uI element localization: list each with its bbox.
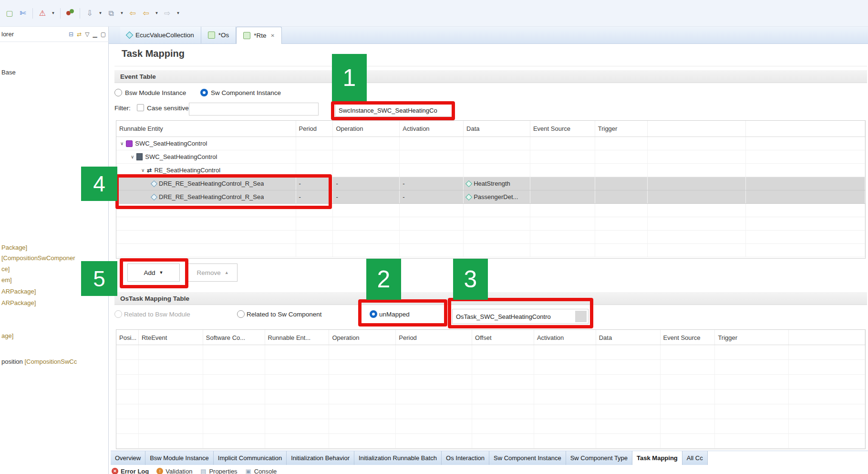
minimize-icon[interactable]: ▁ (93, 32, 97, 37)
view-tab-properties[interactable]: ▤Properties (200, 468, 237, 474)
column-header[interactable]: Operation (333, 121, 400, 137)
empty-table-row[interactable] (116, 204, 865, 217)
chevron-down-icon[interactable]: ∨ (131, 154, 134, 159)
empty-table-row[interactable] (116, 360, 865, 375)
explorer-tree-item[interactable]: Base (1, 69, 16, 76)
empty-table-row[interactable] (116, 217, 865, 231)
chevron-down-icon[interactable]: ∨ (120, 141, 124, 146)
column-header[interactable]: Offset (472, 330, 534, 345)
editor-tab-ecucvaluecollection[interactable]: EcucValueCollection (120, 27, 201, 43)
column-header[interactable]: Runnable Ent... (265, 330, 330, 345)
bottom-tab-initialization-runnable-batch[interactable]: Initialization Runnable Batch (354, 451, 442, 465)
column-header[interactable]: Operation (329, 330, 396, 345)
empty-table-row[interactable] (116, 419, 865, 434)
empty-table-row[interactable] (116, 390, 865, 404)
forward-icon[interactable]: ⇨ (161, 8, 174, 19)
problems-icon[interactable]: ⚠ (36, 8, 49, 19)
column-header[interactable] (648, 121, 746, 137)
explorer-tree-item[interactable]: [CompositionSwComponer (1, 254, 75, 262)
explorer-tree-item[interactable]: age] (1, 332, 13, 339)
empty-table-row[interactable] (116, 231, 865, 244)
radio-related-sw-component[interactable] (237, 310, 245, 318)
bottom-tab-bsw-module-instance[interactable]: Bsw Module Instance (145, 451, 214, 465)
view-tab-error-log[interactable]: ✕Error Log (112, 468, 149, 474)
back-icon[interactable]: ⇦ (126, 8, 139, 19)
collapse-all-icon[interactable]: ⊟ (69, 32, 73, 37)
empty-table-row[interactable] (116, 404, 865, 419)
chevron-down-icon[interactable]: ∨ (141, 168, 145, 173)
run-config-icon[interactable] (64, 8, 76, 19)
runnable-entity-cell[interactable]: ∨⇄RE_SeatHeatingControl (116, 164, 296, 177)
column-header[interactable]: Runnable Entity (116, 121, 296, 137)
radio-related-bsw-module[interactable] (114, 310, 122, 318)
column-header[interactable]: Data (464, 121, 530, 137)
explorer-tree-item[interactable]: em] (1, 276, 12, 284)
tree-row[interactable]: DRE_RE_SeatHeatingControl_R_Sea---HeatSt… (116, 177, 865, 190)
import-icon[interactable]: ⇩ (83, 8, 96, 19)
link-with-editor-icon[interactable]: ⇄ (77, 32, 82, 37)
runnable-entity-cell[interactable]: DRE_RE_SeatHeatingControl_R_Sea (116, 190, 296, 203)
filter-input[interactable] (189, 103, 319, 116)
explorer-tree-item[interactable]: ARPackage] (1, 288, 36, 295)
bottom-tab-initialization-behavior[interactable]: Initialization Behavior (287, 451, 354, 465)
explorer-tree-item[interactable]: ce] (1, 265, 10, 273)
dropdown-caret[interactable]: ▼ (50, 8, 57, 19)
add-button[interactable]: Add ▼ (127, 263, 180, 282)
case-sensitive-checkbox[interactable] (137, 104, 144, 111)
column-header[interactable]: RteEvent (139, 330, 203, 345)
dropdown-caret[interactable]: ▼ (153, 8, 160, 19)
column-header[interactable]: Period (396, 330, 472, 345)
view-menu-icon[interactable]: ▽ (85, 32, 89, 37)
column-header[interactable] (789, 330, 865, 345)
bottom-tab-all-cc[interactable]: All Cc (682, 451, 708, 465)
explorer-tree-item[interactable]: Package] (1, 244, 27, 251)
radio-unmapped[interactable] (370, 310, 377, 318)
column-header[interactable]: Trigger (715, 330, 789, 345)
empty-table-row[interactable] (116, 345, 865, 360)
swc-instance-filter-input[interactable] (335, 104, 453, 117)
column-header[interactable]: Activation (400, 121, 464, 137)
editor-tab-rte[interactable]: *Rte✕ (236, 27, 282, 44)
tree-row[interactable]: ∨⇄RE_SeatHeatingControl (116, 164, 865, 177)
tree-row[interactable]: DRE_RE_SeatHeatingControl_R_Sea---Passen… (116, 190, 865, 204)
radio-sw-component-instance[interactable] (200, 89, 208, 96)
ostask-combo-button[interactable] (575, 311, 587, 322)
column-header[interactable]: Event Source (530, 121, 595, 137)
column-header[interactable]: Data (596, 330, 661, 345)
column-header[interactable] (746, 121, 865, 137)
bottom-tab-os-interaction[interactable]: Os Interaction (442, 451, 489, 465)
maximize-icon[interactable]: ▢ (101, 32, 106, 37)
tree-row[interactable]: ∨SWC_SeatHeatingControl (116, 137, 865, 150)
bottom-tab-sw-component-type[interactable]: Sw Component Type (566, 451, 632, 465)
open-element-icon[interactable]: ⧉ (105, 8, 117, 19)
radio-bsw-module-instance[interactable] (114, 89, 122, 96)
close-icon[interactable]: ✕ (271, 33, 275, 38)
column-header[interactable]: Posi... (116, 330, 139, 345)
bottom-tab-sw-component-instance[interactable]: Sw Component Instance (489, 451, 566, 465)
column-header[interactable]: Activation (534, 330, 596, 345)
new-editor-icon[interactable]: ▢ (3, 8, 16, 19)
dropdown-caret[interactable]: ▼ (118, 8, 125, 19)
tree-row[interactable]: ∨SWC_SeatHeatingControl (116, 150, 865, 164)
explorer-tree-item[interactable]: position [CompositionSwCc (1, 358, 77, 365)
back-icon[interactable]: ⇦ (140, 8, 152, 19)
runnable-entity-cell[interactable]: ∨SWC_SeatHeatingControl (116, 137, 296, 150)
empty-table-row[interactable] (116, 434, 865, 449)
bottom-tab-overview[interactable]: Overview (111, 451, 145, 465)
column-header[interactable]: Event Source (661, 330, 715, 345)
dropdown-caret[interactable]: ▼ (175, 8, 182, 19)
empty-table-row[interactable] (116, 244, 865, 257)
dropdown-caret[interactable]: ▼ (97, 8, 104, 19)
ostask-name-field[interactable]: OsTask_SWC_SeatHeatingContro (452, 309, 589, 324)
column-header[interactable]: Period (296, 121, 333, 137)
view-tab-validation[interactable]: !Validation (156, 468, 192, 474)
cut-icon[interactable]: ✄ (17, 8, 29, 19)
editor-tab-os[interactable]: *Os (201, 27, 237, 43)
column-header[interactable]: Software Co... (203, 330, 265, 345)
view-tab-console[interactable]: ▣Console (245, 468, 277, 474)
explorer-tree-item[interactable]: ARPackage] (1, 299, 36, 306)
remove-button[interactable]: Remove ▲ (188, 263, 238, 282)
runnable-entity-cell[interactable]: DRE_RE_SeatHeatingControl_R_Sea (116, 177, 296, 190)
bottom-tab-implicit-communication[interactable]: Implicit Communication (214, 451, 287, 465)
bottom-tab-task-mapping[interactable]: Task Mapping (632, 451, 682, 465)
